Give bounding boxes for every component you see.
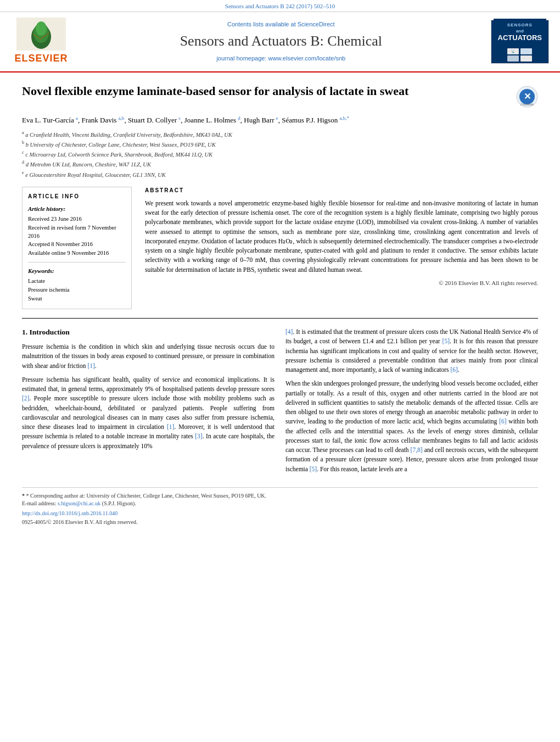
cite-1: [1] [87, 362, 94, 369]
article-info-column: ARTICLE INFO Article history: Received 2… [22, 187, 132, 309]
article-footer: * * Corresponding author at: University … [22, 487, 538, 526]
homepage-link[interactable]: www.elsevier.com/locate/snb [268, 55, 346, 62]
crossmark-badge[interactable]: ✕ CrossMark [516, 86, 538, 108]
svg-text:📡: 📡 [511, 49, 515, 54]
body-section: 1. Introduction Pressure ischemia is the… [22, 327, 538, 478]
journal-citation-banner: Sensors and Actuators B 242 (2017) 502–5… [0, 0, 560, 12]
journal-title-section: Contents lists available at ScienceDirec… [77, 20, 485, 63]
sensors-actuators-logo: SENSORS and ACTUATORS 📡 [491, 20, 549, 64]
article-title-section: Novel flexible enzyme laminate-based sen… [22, 83, 538, 108]
svg-rect-9 [520, 48, 532, 54]
accepted-date: Accepted 8 November 2016 [28, 241, 126, 249]
svg-point-4 [36, 21, 47, 36]
article-history-title: Article history: [28, 205, 126, 213]
cite-2: [2] [22, 395, 29, 401]
intro-para-2: Pressure ischemia has significant health… [22, 375, 275, 451]
abstract-text: We present work towards a novel amperome… [145, 199, 538, 275]
footer-doi[interactable]: http://dx.doi.org/10.1016/j.snb.2016.11.… [22, 510, 538, 517]
article-info-abstract-section: ARTICLE INFO Article history: Received 2… [22, 187, 538, 309]
cite-6b: [6] [499, 418, 506, 425]
journal-name: Sensors and Actuators B: Chemical [77, 31, 485, 51]
keywords-title: Keywords: [28, 267, 126, 275]
keyword-pressure-ischemia: Pressure ischemia [28, 286, 126, 294]
journal-homepage: journal homepage: www.elsevier.com/locat… [77, 54, 485, 63]
article-title: Novel flexible enzyme laminate-based sen… [22, 83, 505, 99]
cite-3: [3] [195, 433, 202, 439]
citation-text: Sensors and Actuators B 242 (2017) 502–5… [225, 3, 335, 9]
intro-para-1: Pressure ischemia is the condition in wh… [22, 342, 275, 371]
copyright-line: © 2016 Elsevier B.V. All rights reserved… [145, 279, 538, 287]
footer-issn: 0925-4005/© 2016 Elsevier B.V. All right… [22, 518, 538, 526]
received-revised-date: Received in revised form 7 November 2016 [28, 224, 126, 240]
cite-6: [6] [450, 366, 457, 373]
article-area: Novel flexible enzyme laminate-based sen… [0, 72, 560, 537]
elsevier-tree-image [16, 18, 66, 51]
received-date: Received 23 June 2016 [28, 215, 126, 224]
footer-email-line: E-mail address: s.higson@chi.ac.uk (S.P.… [22, 500, 538, 507]
svg-text:CrossMark: CrossMark [520, 103, 534, 106]
affiliations: a a Cranfield Health, Vincent Building, … [22, 130, 538, 179]
elsevier-wordmark: ELSEVIER [14, 52, 68, 65]
sensors-logo-top-text: SENSORS [498, 22, 542, 28]
svg-text:✕: ✕ [524, 92, 531, 101]
sensors-logo-icon: 📡 [506, 47, 534, 63]
cite-4: [4] [285, 328, 293, 335]
sciencedirect-link[interactable]: ScienceDirect [298, 21, 335, 27]
cite-7-8: [7,8] [411, 447, 423, 453]
body-right-column: [4]. It is estimated that the treatment … [285, 327, 538, 478]
article-info-box: ARTICLE INFO Article history: Received 2… [22, 187, 132, 309]
contents-available: Contents lists available at ScienceDirec… [77, 20, 485, 29]
svg-rect-11 [520, 55, 532, 62]
abstract-column: ABSTRACT We present work towards a novel… [145, 187, 538, 309]
journal-header: ELSEVIER Contents lists available at Sci… [0, 12, 560, 72]
intro-heading: 1. Introduction [22, 327, 275, 338]
keyword-lactate: Lactate [28, 277, 126, 286]
keyword-sweat: Sweat [28, 295, 126, 303]
elsevier-logo: ELSEVIER [11, 18, 71, 65]
svg-rect-10 [507, 55, 519, 62]
footer-corresponding-note: * * Corresponding author at: University … [22, 492, 538, 500]
body-left-column: 1. Introduction Pressure ischemia is the… [22, 327, 275, 478]
intro-right-para-1: [4]. It is estimated that the treatment … [285, 327, 538, 375]
article-info-label: ARTICLE INFO [28, 193, 126, 200]
abstract-label: ABSTRACT [145, 187, 538, 194]
cite-5b: [5] [310, 466, 317, 472]
section-divider [22, 318, 538, 319]
cite-1b: [1] [167, 423, 174, 430]
available-online-date: Available online 9 November 2016 [28, 249, 126, 258]
info-divider [28, 262, 126, 263]
cite-5: [5] [443, 338, 450, 344]
sensors-logo-bottom-text: ACTUATORS [498, 34, 542, 42]
authors-line: Eva L. Tur-García a, Frank Davis a,b, St… [22, 114, 538, 126]
footer-email-address[interactable]: s.higson@chi.ac.uk [58, 500, 100, 506]
intro-right-para-2: When the skin undergoes prolonged pressu… [285, 379, 538, 474]
